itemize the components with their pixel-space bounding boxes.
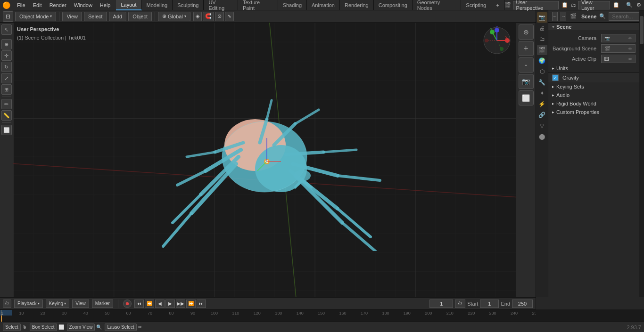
skip-end-btn[interactable]: ⏭	[197, 300, 206, 308]
play-btn[interactable]: ▶	[165, 300, 175, 308]
tab-add[interactable]: +	[491, 0, 504, 10]
viewport-info: User Perspective (1) Scene Collection | …	[17, 25, 86, 42]
copy-layer-icon: 📋	[613, 2, 619, 8]
active-clip-value[interactable]: 🎞 ✏	[601, 55, 636, 63]
custom-props-section[interactable]: ▸ Custom Properties	[548, 108, 639, 116]
add-menu[interactable]: Add	[109, 12, 127, 21]
proportional-edit[interactable]: ⊙	[215, 12, 224, 21]
zoom-in-btn[interactable]: +	[519, 41, 534, 56]
tab-shading[interactable]: Shading	[278, 0, 307, 10]
cursor-tool[interactable]: ⊕	[1, 39, 12, 49]
select-box-tool[interactable]: ↖	[1, 24, 12, 35]
tab-modeling[interactable]: Modeling	[142, 0, 173, 10]
props-data-icon[interactable]: ▽	[537, 121, 547, 131]
tab-layout[interactable]: Layout	[116, 0, 141, 10]
props-material-icon[interactable]: ⬤	[537, 131, 547, 142]
object-menu[interactable]: Object	[128, 12, 152, 21]
clip-edit[interactable]: ✏	[628, 57, 632, 62]
props-search-input[interactable]	[609, 12, 639, 21]
tab-rendering[interactable]: Rendering	[340, 0, 374, 10]
camera-view-btn[interactable]: 📷	[519, 74, 534, 89]
props-particles-icon[interactable]: ✦	[537, 88, 547, 98]
props-object-icon[interactable]: ⬡	[537, 66, 547, 77]
menu-render[interactable]: Render	[46, 0, 70, 10]
rotate-tool[interactable]: ↻	[1, 62, 12, 72]
props-view-layer-icon[interactable]: 🗂	[537, 34, 547, 44]
props-nav-prev[interactable]: ←	[552, 12, 558, 21]
skip-start-btn[interactable]: ⏮	[134, 300, 144, 308]
props-constraints-icon[interactable]: 🔗	[537, 110, 547, 120]
menu-file[interactable]: File	[13, 0, 29, 10]
view-btn[interactable]: View	[72, 300, 89, 308]
background-scene-value[interactable]: 🎬 ✏	[601, 44, 636, 53]
frame-all-btn[interactable]: ⬜	[519, 90, 534, 105]
menu-edit[interactable]: Edit	[29, 0, 46, 10]
timeline-view-icon[interactable]: ⏱	[3, 300, 11, 308]
bg-scene-edit[interactable]: ✏	[628, 46, 632, 51]
menu-window[interactable]: Window	[70, 0, 96, 10]
select-key: Select	[3, 324, 21, 331]
props-scene-icon[interactable]: 🎬	[537, 45, 547, 55]
next-frame-btn[interactable]: ▶▶	[176, 300, 185, 308]
tab-geometry-nodes[interactable]: Geometry Nodes	[413, 0, 461, 10]
gravity-checkbox[interactable]: ✓	[552, 74, 559, 81]
transform-global[interactable]: ⊕ Global ▾	[158, 12, 190, 21]
view-layer-selector[interactable]: View Layer	[578, 1, 610, 9]
viewport-gizmo[interactable]: X Y Z	[483, 26, 511, 55]
tab-texture-paint[interactable]: Texture Paint	[238, 0, 278, 10]
start-frame-input[interactable]	[480, 300, 499, 308]
props-output-icon[interactable]: 🖨	[537, 23, 547, 33]
props-icon-label: 🎬	[570, 13, 577, 19]
playback-btn[interactable]: Playback ▾	[14, 300, 43, 308]
props-render-icon[interactable]: 📷	[537, 12, 547, 23]
props-physics-icon[interactable]: ⚡	[537, 99, 547, 109]
select-menu[interactable]: Select	[84, 12, 107, 21]
scale-tool[interactable]: ⤢	[1, 73, 12, 83]
proportional-type[interactable]: ∿	[225, 12, 234, 21]
keying-btn[interactable]: Keying ▾	[46, 300, 70, 308]
prev-frame-btn[interactable]: ◀	[155, 300, 165, 308]
camera-value[interactable]: 📷 ✏	[601, 34, 636, 42]
props-scrollbar-thumb[interactable]	[640, 16, 644, 44]
keying-sets-section[interactable]: ▸ Keying Sets	[548, 82, 639, 91]
gizmo-view-btn[interactable]: ⊛	[519, 24, 534, 40]
add-cube-tool[interactable]: ⬜	[1, 125, 12, 135]
audio-section[interactable]: ▸ Audio	[548, 91, 639, 99]
scene-section-header[interactable]: ▾ Scene	[548, 23, 639, 31]
view-menu[interactable]: View	[62, 12, 82, 21]
annotate-tool[interactable]: ✏	[1, 99, 12, 109]
object-mode-dropdown[interactable]: Object Mode ▾	[15, 12, 56, 21]
measure-tool[interactable]: 📏	[1, 110, 12, 121]
end-frame-input[interactable]	[512, 300, 533, 308]
gravity-field: ✓ Gravity	[548, 73, 639, 82]
zoom-out-btn[interactable]: -	[519, 57, 534, 73]
props-world-icon[interactable]: 🌍	[537, 56, 547, 66]
properties-content: ← → 🎬 Scene 🔍 ⚙ ▾ Scene Camera 📷 ✏ Backg…	[548, 10, 639, 297]
menu-help[interactable]: Help	[96, 0, 115, 10]
marker-btn[interactable]: Marker	[92, 300, 113, 308]
viewport[interactable]: User Perspective (1) Scene Collection | …	[13, 23, 516, 309]
transform-pivot[interactable]: ◈	[193, 12, 202, 21]
viewport-mode-icon[interactable]: ⊡	[3, 11, 13, 22]
move-tool[interactable]: ✛	[1, 50, 12, 61]
scene-selector[interactable]: User Perspective	[513, 1, 559, 9]
timeline-ruler[interactable]: 1 // Ruler marks will be rendered via JS…	[0, 309, 536, 322]
camera-edit-icon[interactable]: ✏	[628, 36, 632, 41]
units-section[interactable]: ▸ Units	[548, 64, 639, 73]
props-modifier-icon[interactable]: 🔧	[537, 77, 547, 88]
fps-icon[interactable]: ⏱	[455, 300, 465, 308]
copy-scene-icon: 📋	[561, 2, 568, 8]
rigid-body-section[interactable]: ▸ Rigid Body World	[548, 99, 639, 108]
tab-compositing[interactable]: Compositing	[374, 0, 413, 10]
current-frame-input[interactable]: 1	[429, 300, 453, 308]
tab-animation[interactable]: Animation	[307, 0, 340, 10]
next-keyframe-btn[interactable]: ⏩	[186, 300, 196, 308]
transform-tool[interactable]: ⊞	[1, 84, 12, 95]
tab-scripting[interactable]: Scripting	[461, 0, 491, 10]
record-button[interactable]: ⏺	[123, 300, 132, 308]
snap-tool[interactable]: 🧲	[203, 12, 214, 21]
tab-uv-editing[interactable]: UV Editing	[204, 0, 238, 10]
prev-keyframe-btn[interactable]: ⏪	[145, 300, 154, 308]
tab-sculpting[interactable]: Sculpting	[173, 0, 204, 10]
props-nav-next[interactable]: →	[561, 12, 566, 21]
